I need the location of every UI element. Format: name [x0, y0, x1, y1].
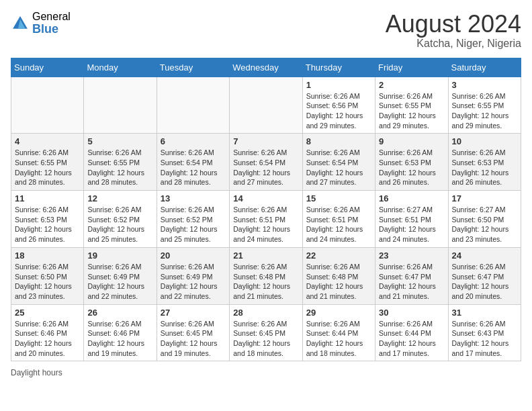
calendar-cell: 31Sunrise: 6:26 AMSunset: 6:43 PMDayligh…: [448, 304, 521, 361]
calendar-week-row: 25Sunrise: 6:26 AMSunset: 6:46 PMDayligh…: [11, 304, 521, 361]
logo-blue: Blue: [32, 23, 71, 36]
day-detail: Sunrise: 6:26 AMSunset: 6:53 PMDaylight:…: [15, 205, 80, 244]
calendar-cell: 7Sunrise: 6:26 AMSunset: 6:54 PMDaylight…: [230, 134, 302, 191]
day-detail: Sunrise: 6:26 AMSunset: 6:55 PMDaylight:…: [452, 91, 517, 131]
day-detail: Sunrise: 6:26 AMSunset: 6:54 PMDaylight:…: [161, 148, 226, 187]
logo: General Blue: [11, 11, 71, 36]
calendar-cell: 18Sunrise: 6:26 AMSunset: 6:50 PMDayligh…: [11, 247, 84, 304]
calendar-day-header: Sunday: [11, 58, 84, 77]
day-detail: Sunrise: 6:26 AMSunset: 6:54 PMDaylight:…: [233, 148, 298, 187]
calendar-cell: 12Sunrise: 6:26 AMSunset: 6:52 PMDayligh…: [84, 191, 157, 248]
day-detail: Sunrise: 6:26 AMSunset: 6:50 PMDaylight:…: [15, 262, 80, 302]
day-number: 31: [452, 308, 517, 318]
day-detail: Sunrise: 6:26 AMSunset: 6:49 PMDaylight:…: [161, 262, 226, 302]
day-detail: Sunrise: 6:26 AMSunset: 6:47 PMDaylight:…: [452, 262, 517, 302]
calendar-cell: 6Sunrise: 6:26 AMSunset: 6:54 PMDaylight…: [157, 134, 229, 191]
day-number: 19: [87, 250, 152, 261]
calendar-cell: 20Sunrise: 6:26 AMSunset: 6:49 PMDayligh…: [157, 247, 229, 304]
day-detail: Sunrise: 6:26 AMSunset: 6:53 PMDaylight:…: [379, 148, 444, 187]
day-detail: Sunrise: 6:26 AMSunset: 6:44 PMDaylight:…: [306, 319, 371, 359]
location: Katcha, Niger, Nigeria: [386, 38, 521, 50]
day-number: 27: [161, 308, 226, 318]
calendar-cell: [84, 77, 157, 134]
day-number: 18: [15, 250, 80, 261]
day-number: 22: [306, 250, 371, 261]
calendar-cell: 29Sunrise: 6:26 AMSunset: 6:44 PMDayligh…: [302, 304, 375, 361]
calendar-cell: 9Sunrise: 6:26 AMSunset: 6:53 PMDaylight…: [375, 134, 448, 191]
day-detail: Sunrise: 6:27 AMSunset: 6:50 PMDaylight:…: [452, 205, 517, 244]
calendar-cell: 5Sunrise: 6:26 AMSunset: 6:55 PMDaylight…: [84, 134, 157, 191]
calendar-cell: 3Sunrise: 6:26 AMSunset: 6:55 PMDaylight…: [448, 77, 521, 134]
day-number: 13: [161, 193, 226, 203]
calendar-cell: 13Sunrise: 6:26 AMSunset: 6:52 PMDayligh…: [157, 191, 229, 248]
day-number: 23: [379, 250, 444, 261]
calendar-day-header: Saturday: [448, 58, 521, 77]
calendar-cell: [11, 77, 84, 134]
calendar-week-row: 1Sunrise: 6:26 AMSunset: 6:56 PMDaylight…: [11, 77, 521, 134]
day-number: 24: [452, 250, 517, 261]
day-detail: Sunrise: 6:26 AMSunset: 6:43 PMDaylight:…: [452, 319, 517, 359]
calendar-cell: 1Sunrise: 6:26 AMSunset: 6:56 PMDaylight…: [302, 77, 375, 134]
title-block: August 2024 Katcha, Niger, Nigeria: [386, 11, 521, 50]
day-detail: Sunrise: 6:26 AMSunset: 6:55 PMDaylight:…: [15, 148, 80, 187]
calendar-table: SundayMondayTuesdayWednesdayThursdayFrid…: [11, 58, 521, 362]
calendar-cell: 19Sunrise: 6:26 AMSunset: 6:49 PMDayligh…: [84, 247, 157, 304]
day-number: 6: [161, 136, 226, 146]
day-detail: Sunrise: 6:26 AMSunset: 6:48 PMDaylight:…: [233, 262, 298, 302]
day-number: 3: [452, 80, 517, 90]
day-detail: Sunrise: 6:27 AMSunset: 6:51 PMDaylight:…: [379, 205, 444, 244]
day-detail: Sunrise: 6:26 AMSunset: 6:52 PMDaylight:…: [87, 205, 152, 244]
calendar-day-header: Tuesday: [157, 58, 229, 77]
day-number: 30: [379, 308, 444, 318]
calendar-cell: 25Sunrise: 6:26 AMSunset: 6:46 PMDayligh…: [11, 304, 84, 361]
day-number: 29: [306, 308, 371, 318]
day-number: 17: [452, 193, 517, 203]
day-number: 16: [379, 193, 444, 203]
day-detail: Sunrise: 6:26 AMSunset: 6:51 PMDaylight:…: [233, 205, 298, 244]
calendar-day-header: Monday: [84, 58, 157, 77]
day-detail: Sunrise: 6:26 AMSunset: 6:55 PMDaylight:…: [379, 91, 444, 131]
calendar-cell: 23Sunrise: 6:26 AMSunset: 6:47 PMDayligh…: [375, 247, 448, 304]
day-number: 26: [87, 308, 152, 318]
calendar-week-row: 18Sunrise: 6:26 AMSunset: 6:50 PMDayligh…: [11, 247, 521, 304]
month-year: August 2024: [386, 11, 521, 38]
day-detail: Sunrise: 6:26 AMSunset: 6:55 PMDaylight:…: [87, 148, 152, 187]
logo-icon: [11, 14, 30, 33]
calendar-cell: 27Sunrise: 6:26 AMSunset: 6:45 PMDayligh…: [157, 304, 229, 361]
calendar-cell: [157, 77, 229, 134]
day-number: 28: [233, 308, 298, 318]
calendar-week-row: 11Sunrise: 6:26 AMSunset: 6:53 PMDayligh…: [11, 191, 521, 248]
calendar-cell: 17Sunrise: 6:27 AMSunset: 6:50 PMDayligh…: [448, 191, 521, 248]
calendar-cell: 28Sunrise: 6:26 AMSunset: 6:45 PMDayligh…: [230, 304, 302, 361]
calendar-cell: 15Sunrise: 6:26 AMSunset: 6:51 PMDayligh…: [302, 191, 375, 248]
day-detail: Sunrise: 6:26 AMSunset: 6:45 PMDaylight:…: [161, 319, 226, 359]
calendar-cell: 24Sunrise: 6:26 AMSunset: 6:47 PMDayligh…: [448, 247, 521, 304]
day-number: 10: [452, 136, 517, 146]
day-number: 12: [87, 193, 152, 203]
calendar-cell: 11Sunrise: 6:26 AMSunset: 6:53 PMDayligh…: [11, 191, 84, 248]
footer: Daylight hours: [11, 368, 521, 377]
day-number: 7: [233, 136, 298, 146]
logo-text: General Blue: [32, 11, 71, 36]
calendar-cell: 26Sunrise: 6:26 AMSunset: 6:46 PMDayligh…: [84, 304, 157, 361]
calendar-cell: 14Sunrise: 6:26 AMSunset: 6:51 PMDayligh…: [230, 191, 302, 248]
calendar-cell: 30Sunrise: 6:26 AMSunset: 6:44 PMDayligh…: [375, 304, 448, 361]
calendar-cell: 4Sunrise: 6:26 AMSunset: 6:55 PMDaylight…: [11, 134, 84, 191]
day-number: 1: [306, 80, 371, 90]
calendar-day-header: Wednesday: [230, 58, 302, 77]
day-detail: Sunrise: 6:26 AMSunset: 6:52 PMDaylight:…: [161, 205, 226, 244]
day-detail: Sunrise: 6:26 AMSunset: 6:48 PMDaylight:…: [306, 262, 371, 302]
day-detail: Sunrise: 6:26 AMSunset: 6:45 PMDaylight:…: [233, 319, 298, 359]
day-number: 8: [306, 136, 371, 146]
calendar-cell: 10Sunrise: 6:26 AMSunset: 6:53 PMDayligh…: [448, 134, 521, 191]
daylight-label: Daylight hours: [11, 368, 62, 377]
calendar-cell: 16Sunrise: 6:27 AMSunset: 6:51 PMDayligh…: [375, 191, 448, 248]
day-number: 5: [87, 136, 152, 146]
calendar-day-header: Friday: [375, 58, 448, 77]
day-detail: Sunrise: 6:26 AMSunset: 6:51 PMDaylight:…: [306, 205, 371, 244]
day-number: 14: [233, 193, 298, 203]
day-number: 2: [379, 80, 444, 90]
day-number: 11: [15, 193, 80, 203]
day-detail: Sunrise: 6:26 AMSunset: 6:53 PMDaylight:…: [452, 148, 517, 187]
day-detail: Sunrise: 6:26 AMSunset: 6:54 PMDaylight:…: [306, 148, 371, 187]
